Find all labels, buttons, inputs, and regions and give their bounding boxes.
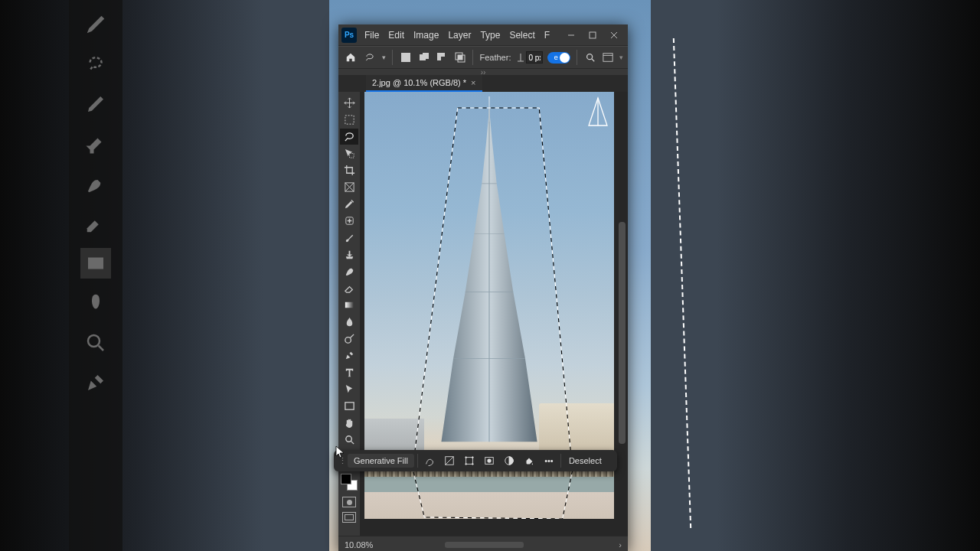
generative-fill-button[interactable]: Generative Fill [348,454,414,468]
svg-rect-3 [401,53,410,62]
menu-bar: Ps File Edit Image Layer Type Select F [338,24,628,46]
blur-tool[interactable] [340,314,358,330]
svg-rect-7 [441,57,446,62]
workspace-chevron-icon[interactable]: ▾ [619,54,623,61]
tab-close-icon[interactable]: × [471,78,475,87]
workspace-switcher-icon[interactable] [601,51,615,64]
rectangle-tool[interactable] [340,398,358,414]
lasso-tool[interactable] [340,129,358,145]
scroll-right-icon[interactable]: › [619,540,622,549]
selection-intersect-icon[interactable] [453,51,467,64]
options-bar: ▾ Feather: e ▾ [338,46,628,69]
clone-stamp-tool[interactable] [340,246,358,262]
menu-layer[interactable]: Layer [443,30,475,41]
svg-point-30 [487,458,491,462]
svg-point-27 [466,464,467,465]
eraser-tool[interactable] [340,280,358,296]
app-badge: Ps [341,28,357,43]
svg-point-18 [345,337,351,344]
window-close-button[interactable] [603,27,625,44]
window-minimize-button[interactable] [560,27,582,44]
svg-point-26 [472,457,473,458]
document-tab-bar: 2.jpg @ 10.1% (RGB/8) * × [338,75,628,92]
frame-tool[interactable] [340,179,358,195]
select-subject-icon[interactable] [421,452,438,469]
ctx-more-icon[interactable]: ••• [541,452,557,469]
transform-selection-icon[interactable] [461,452,478,469]
feather-label: Feather: [479,53,511,62]
svg-rect-2 [590,32,596,38]
remove-background-icon[interactable] [441,452,458,469]
svg-rect-24 [466,458,473,465]
document-tab-title: 2.jpg @ 10.1% (RGB/8) * [372,78,466,87]
selection-new-icon[interactable] [399,51,413,64]
menu-file[interactable]: File [360,30,384,41]
anti-alias-hint: e [554,54,558,61]
crop-tool[interactable] [340,162,358,178]
selection-add-icon[interactable] [417,51,431,64]
move-tool[interactable] [340,95,358,111]
contextual-task-bar[interactable]: ⋮ Generative Fill ••• Deselect [334,450,617,471]
vertical-scrollbar[interactable] [619,222,626,444]
mouse-cursor [335,445,346,459]
color-swatches[interactable] [341,474,358,491]
photoshop-window: Ps File Edit Image Layer Type Select F ▾… [338,24,628,551]
eyedropper-tool[interactable] [340,196,358,212]
window-maximize-button[interactable] [582,27,603,44]
foreground-color-swatch[interactable] [341,474,351,484]
dodge-tool[interactable] [340,331,358,347]
gradient-tool[interactable] [340,297,358,313]
search-icon[interactable] [583,51,597,64]
svg-point-25 [466,457,467,458]
path-select-tool[interactable] [340,381,358,397]
svg-rect-13 [345,116,353,124]
home-button[interactable] [343,50,358,65]
svg-rect-17 [345,302,353,308]
feather-scrubby-icon[interactable] [515,52,526,63]
svg-rect-12 [603,54,612,62]
quick-mask-toggle[interactable] [342,497,356,507]
options-expand-handle[interactable]: ›› [338,69,628,75]
svg-point-20 [345,436,351,442]
current-tool-icon[interactable] [363,50,378,65]
menu-image[interactable]: Image [409,30,443,41]
svg-point-28 [472,464,473,465]
menu-filter[interactable]: F [540,30,554,41]
hand-tool[interactable] [340,415,358,431]
history-brush-tool[interactable] [340,263,358,279]
feather-input[interactable] [526,51,543,64]
status-bar: 10.08% › [338,536,628,551]
deselect-button[interactable]: Deselect [564,454,606,468]
screen-mode-toggle[interactable] [342,512,356,523]
selection-subtract-icon[interactable] [435,51,449,64]
document-tab[interactable]: 2.jpg @ 10.1% (RGB/8) * × [366,75,482,92]
zoom-level[interactable]: 10.08% [345,540,373,549]
svg-rect-5 [423,53,429,59]
marquee-tool[interactable] [340,112,358,128]
anti-alias-toggle[interactable]: e [547,52,570,64]
brush-tool[interactable] [340,230,358,246]
svg-rect-10 [458,55,462,60]
tool-preset-chevron-icon[interactable]: ▾ [382,54,386,61]
menu-edit[interactable]: Edit [384,30,409,41]
pen-tool[interactable] [340,347,358,364]
svg-rect-19 [345,403,353,409]
svg-point-11 [586,54,592,60]
menu-select[interactable]: Select [505,30,539,41]
fill-selection-icon[interactable] [521,452,537,469]
bg-tool-column-left [69,0,122,551]
healing-brush-tool[interactable] [340,213,358,229]
horizontal-scrollbar[interactable] [379,542,612,548]
create-mask-icon[interactable] [481,452,498,469]
adjustment-icon[interactable] [501,452,518,469]
svg-point-1 [88,335,100,347]
video-pillar-left [0,0,329,551]
type-tool[interactable] [340,364,358,380]
svg-rect-14 [349,154,354,158]
svg-rect-0 [88,258,103,269]
menu-type[interactable]: Type [475,30,505,41]
object-select-tool[interactable] [340,145,358,161]
